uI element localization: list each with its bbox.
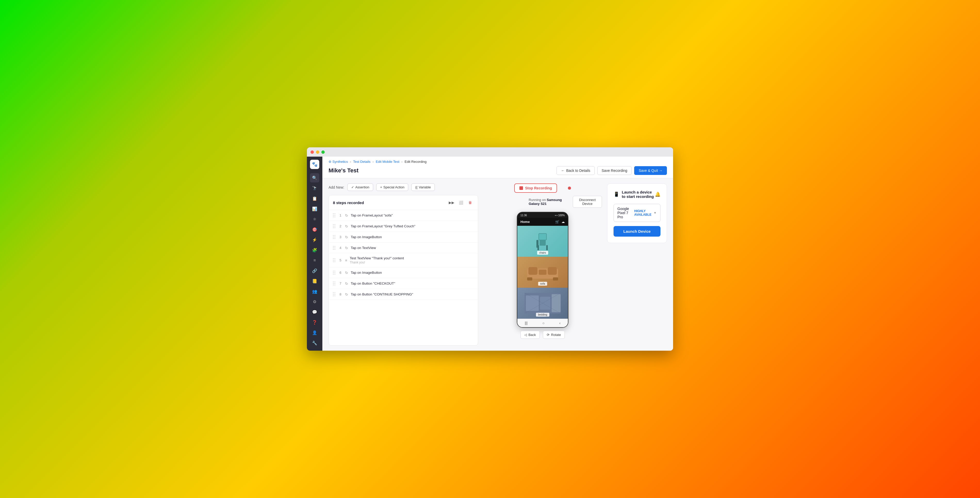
step-action-icon: ↻ <box>345 213 348 217</box>
chevron-down-icon: ▼ <box>654 211 657 215</box>
drag-handle[interactable] <box>332 213 336 218</box>
sidebar-item-puzzle[interactable]: 🧩 <box>310 246 319 255</box>
breadcrumb-test-details[interactable]: Test Details <box>353 160 370 164</box>
table-row: 5 ≡ Test TextView "Thank you!" content T… <box>329 254 478 267</box>
sidebar-item-book[interactable]: 📒 <box>310 276 319 286</box>
device-info-right: Running on Samsung Galaxy S21 Disconnect… <box>529 196 602 208</box>
main-content: ⚙ Synthetics › Test Details › Edit Mobil… <box>322 156 673 351</box>
launch-device-button[interactable]: Launch Device <box>614 226 660 236</box>
launch-card-title: 📱 Launch a device to start recording <box>614 190 655 199</box>
save-recording-button[interactable]: Save Recording <box>597 166 632 175</box>
breadcrumb: ⚙ Synthetics › Test Details › Edit Mobil… <box>329 160 667 164</box>
tools-icon: 🔧 <box>312 341 317 345</box>
puzzle-icon: 🧩 <box>312 248 317 252</box>
lines-icon: ≡ <box>313 258 316 263</box>
device-time: 11:36 <box>520 214 527 217</box>
step-text: Tap on ImageButton <box>351 235 382 239</box>
svg-rect-3 <box>546 245 548 250</box>
svg-rect-14 <box>552 294 561 312</box>
add-new-row: Add New: ✓ Assertion + Special Action {{… <box>329 184 478 191</box>
step-content: Tap on FrameLayout "Grey Tufted Couch" <box>351 224 415 228</box>
stop-recording-button[interactable]: Stop Recording <box>514 184 557 193</box>
sidebar-item-tools[interactable]: 🔧 <box>310 338 319 348</box>
bell-icon[interactable]: 🔔 <box>655 192 660 197</box>
variable-button[interactable]: {{ Variable <box>411 184 434 191</box>
breadcrumb-edit-mobile-test[interactable]: Edit Mobile Test <box>376 160 399 164</box>
maximize-button[interactable] <box>321 150 325 154</box>
device-name: Google Pixel 7 Pro <box>617 207 634 219</box>
book-icon: 📒 <box>312 279 317 284</box>
sidebar-item-chart[interactable]: 📊 <box>310 204 319 213</box>
nav-home-icon[interactable]: ○ <box>542 321 544 325</box>
steps-list: 1 ↻ Tap on FrameLayout "sofa" <box>329 210 478 300</box>
nav-back-icon[interactable]: ‹ <box>559 321 561 325</box>
help-icon: ❓ <box>312 320 317 325</box>
sidebar-item-people[interactable]: 👥 <box>310 287 319 296</box>
sidebar-item-binoculars[interactable]: 🔭 <box>310 184 319 193</box>
right-panel: 📱 Launch a device to start recording 🔔 G… <box>607 184 667 345</box>
curly-icon: {{ <box>415 185 418 189</box>
sidebar-item-settings[interactable]: ⚙ <box>310 297 319 306</box>
drag-handle[interactable] <box>332 235 336 239</box>
device-screen[interactable]: Home 🛒 ☁ <box>517 218 568 327</box>
drag-handle[interactable] <box>332 246 336 250</box>
save-quit-button[interactable]: Save & Quit → <box>634 166 667 175</box>
app-logo: 🐾 <box>310 160 319 169</box>
breadcrumb-synthetics[interactable]: ⚙ Synthetics <box>329 160 348 164</box>
list-icon: 📋 <box>312 196 317 201</box>
product-item-bedding[interactable]: bedding <box>517 288 568 319</box>
sidebar-item-users[interactable]: 👤 <box>310 328 319 337</box>
nav-menu-icon[interactable]: ||| <box>525 321 528 325</box>
cloud-icon: ☁ <box>562 220 565 224</box>
sidebar-item-lines[interactable]: ≡ <box>310 256 319 265</box>
drag-handle[interactable] <box>332 224 336 228</box>
drag-handle[interactable] <box>332 292 336 297</box>
step-text: Test TextView "Thank you!" content <box>350 256 404 260</box>
breadcrumb-edit-recording: Edit Recording <box>405 160 426 164</box>
sidebar-item-chat[interactable]: 💬 <box>310 307 319 317</box>
back-button[interactable]: ◁ Back <box>520 331 540 339</box>
svg-rect-6 <box>528 267 538 275</box>
delete-all-icon[interactable]: 🗑 <box>466 199 474 206</box>
app-body: 🐾 🔍 🔭 📋 📊 ⚛ 🎯 ⚡ 🧩 <box>307 156 673 351</box>
availability-badge: HIGHLY AVAILABLE <box>634 209 651 217</box>
drag-handle[interactable] <box>332 258 336 263</box>
svg-rect-13 <box>540 297 550 310</box>
sidebar-item-search[interactable]: 🔍 <box>310 173 319 182</box>
content-area: Add New: ✓ Assertion + Special Action {{… <box>322 178 673 351</box>
product-item-sofa[interactable]: sofa <box>517 257 568 288</box>
atom-icon: ⚛ <box>313 217 317 222</box>
drag-handle[interactable] <box>332 270 336 275</box>
back-to-details-button[interactable]: ← Back to Details <box>557 166 595 175</box>
assertion-button[interactable]: ✓ Assertion <box>347 184 373 191</box>
sidebar-item-lightning[interactable]: ⚡ <box>310 235 319 244</box>
step-text: Tap on FrameLayout "Grey Tufted Couch" <box>351 224 415 228</box>
rotate-button[interactable]: ⟳ Rotate <box>543 331 565 339</box>
users-icon: 👤 <box>312 330 317 335</box>
step-number: 8 <box>338 292 342 296</box>
chair-svg <box>532 231 553 252</box>
sidebar-item-link[interactable]: 🔗 <box>310 266 319 275</box>
step-action-icon: ↻ <box>345 235 348 239</box>
middle-panel: Stop Recording Running on Samsung Galaxy… <box>483 184 602 345</box>
product-item-chairs[interactable]: chairs <box>517 226 568 257</box>
sidebar-item-atom[interactable]: ⚛ <box>310 214 319 224</box>
steps-header: 8 steps recorded ▶▶ ⬜ 🗑 <box>329 195 478 210</box>
copy-icon[interactable]: ⬜ <box>457 199 465 206</box>
play-all-icon[interactable]: ▶▶ <box>448 199 455 206</box>
availability-section: HIGHLY AVAILABLE ▼ <box>634 209 657 217</box>
sidebar-item-target[interactable]: 🎯 <box>310 225 319 234</box>
sofa-label: sofa <box>538 282 547 286</box>
sidebar-item-list[interactable]: 📋 <box>310 194 319 203</box>
special-action-button[interactable]: + Special Action <box>376 184 408 191</box>
table-row: 2 ↻ Tap on FrameLayout "Grey Tufted Couc… <box>329 221 478 232</box>
device-select-dropdown[interactable]: Google Pixel 7 Pro HIGHLY AVAILABLE ▼ <box>614 204 660 222</box>
close-button[interactable] <box>310 150 314 154</box>
svg-rect-7 <box>548 267 557 275</box>
chart-icon: 📊 <box>312 206 317 211</box>
sidebar-item-help[interactable]: ❓ <box>310 318 319 327</box>
minimize-button[interactable] <box>316 150 319 154</box>
drag-handle[interactable] <box>332 281 336 286</box>
disconnect-device-button[interactable]: Disconnect Device <box>573 196 602 208</box>
people-icon: 👥 <box>312 289 317 294</box>
